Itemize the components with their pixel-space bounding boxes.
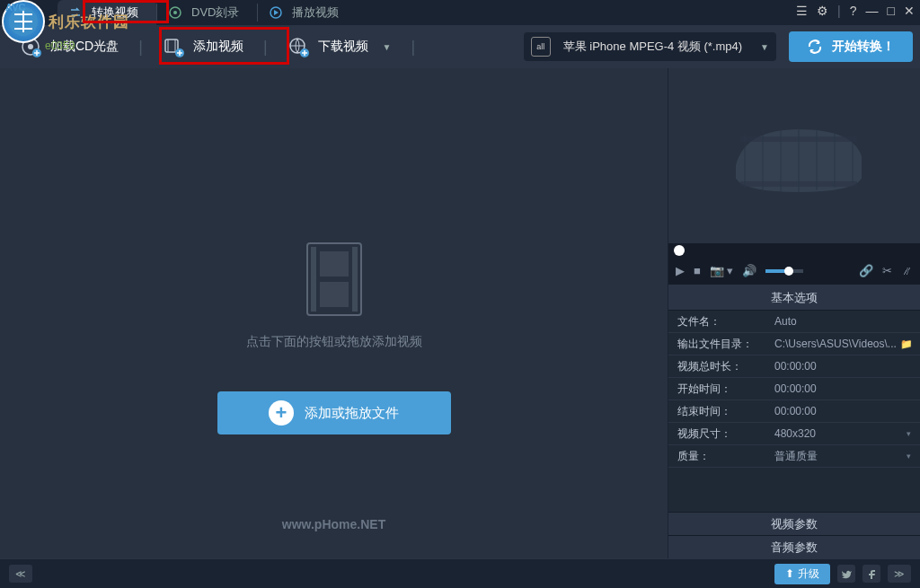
add-or-drop-button[interactable]: + 添加或拖放文件 — [217, 391, 451, 434]
prop-label: 文件名： — [668, 314, 765, 329]
prop-start-time: 开始时间： 00:00:00 — [668, 378, 920, 400]
progress-bar[interactable] — [668, 244, 920, 257]
avc-label: AVC — [5, 2, 25, 13]
link-icon[interactable]: 🔗 — [859, 264, 873, 277]
svg-rect-23 — [740, 136, 857, 142]
add-video-button[interactable]: 添加视频 — [150, 31, 256, 63]
watermark-url: www.pHome.NET — [282, 517, 385, 531]
player-controls: ▶ ■ 📷 ▾ 🔊 🔗 ✂ ⫽ — [668, 257, 920, 285]
film-plus-icon — [163, 36, 184, 57]
close-icon[interactable]: ✕ — [904, 4, 915, 18]
prop-value-dropdown[interactable]: 480x320 — [765, 427, 920, 440]
tab-label: DVD刻录 — [191, 4, 239, 21]
prop-quality: 质量： 普通质量 — [668, 445, 920, 468]
format-all-icon: all — [531, 37, 551, 57]
bottom-bar: ≪ ⬆ 升级 ≫ — [0, 558, 920, 588]
file-list-panel: www.pHome.NET 点击下面的按钮或拖放添加视频 + 添加或拖放文件 — [0, 68, 668, 558]
format-text: 苹果 iPhone MPEG-4 视频 (*.mp4) — [558, 39, 748, 55]
play-icon — [269, 5, 283, 20]
prop-value[interactable]: 00:00:00 — [765, 405, 920, 417]
separator: | — [410, 38, 418, 57]
svg-rect-13 — [352, 247, 358, 312]
audio-params-header[interactable]: 音频参数 — [668, 535, 920, 558]
tool-label: 添加视频 — [193, 39, 243, 55]
svg-rect-24 — [740, 181, 857, 187]
prop-value[interactable]: C:\Users\ASUS\Videos\... 📁 — [765, 338, 920, 350]
prop-value[interactable]: 00:00:00 — [765, 382, 920, 395]
prop-value-dropdown[interactable]: 普通质量 — [765, 449, 920, 464]
prop-value: 00:00:00 — [765, 360, 920, 373]
main-area: www.pHome.NET 点击下面的按钮或拖放添加视频 + 添加或拖放文件 — [0, 68, 920, 558]
separator: | — [261, 38, 270, 57]
up-arrow-icon: ⬆ — [785, 567, 794, 580]
stop-icon[interactable]: ■ — [694, 264, 701, 277]
collapse-left-icon[interactable]: ≪ — [9, 565, 32, 583]
expand-right-icon[interactable]: ≫ — [888, 565, 911, 583]
camera-icon[interactable]: 📷 ▾ — [710, 264, 734, 277]
twitter-icon[interactable] — [837, 565, 855, 583]
top-tabs: 转换视频 DVD刻录 播放视频 ☰ ⚙ | ? — □ ✕ — [0, 0, 920, 25]
drop-hint-text: 点击下面的按钮或拖放添加视频 — [217, 334, 451, 350]
tab-dvd-burn[interactable]: DVD刻录 — [157, 0, 257, 25]
globe-plus-icon — [288, 36, 309, 57]
play-icon[interactable]: ▶ — [676, 264, 685, 277]
add-button-label: 添加或拖放文件 — [305, 405, 399, 422]
tool-label: 下载视频 — [318, 39, 368, 55]
video-params-header[interactable]: 视频参数 — [668, 512, 920, 535]
progress-thumb[interactable] — [674, 245, 685, 256]
folder-icon[interactable]: 📁 — [900, 338, 913, 350]
prop-label: 质量： — [668, 449, 765, 464]
gear-icon[interactable]: ⚙ — [817, 4, 828, 18]
prop-label: 开始时间： — [668, 382, 765, 397]
film-reel-icon — [718, 102, 871, 210]
volume-slider[interactable] — [765, 269, 803, 273]
prop-end-time: 结束时间： 00:00:00 — [668, 400, 920, 423]
prop-output-dir: 输出文件目录： C:\Users\ASUS\Videos\... 📁 — [668, 333, 920, 355]
svg-rect-15 — [320, 282, 349, 307]
drop-zone: www.pHome.NET 点击下面的按钮或拖放添加视频 + 添加或拖放文件 — [217, 239, 451, 434]
help-icon[interactable]: ? — [850, 4, 857, 18]
watermark-text: 利乐软件园 — [49, 12, 129, 32]
separator: | — [137, 38, 145, 57]
upgrade-label: 升级 — [798, 566, 819, 582]
plus-circle-icon: + — [269, 400, 294, 426]
volume-thumb[interactable] — [784, 267, 793, 276]
svg-point-5 — [28, 44, 33, 49]
tab-play-video[interactable]: 播放视频 — [258, 0, 357, 25]
disc-icon — [168, 5, 182, 20]
svg-rect-14 — [320, 251, 349, 276]
basic-options-header[interactable]: 基本选项 — [668, 285, 920, 311]
start-label: 开始转换！ — [832, 39, 895, 55]
svg-rect-7 — [165, 39, 178, 52]
crop-icon[interactable]: ⫽ — [901, 264, 913, 277]
prop-value[interactable]: Auto — [765, 315, 920, 328]
refresh-icon — [807, 39, 823, 55]
minimize-icon[interactable]: — — [866, 4, 879, 18]
prop-video-size: 视频尺寸： 480x320 — [668, 423, 920, 445]
toolbar: 加载CD光盘 | 添加视频 | 下载视频 ▼ | all 苹果 iPhone M… — [0, 25, 920, 68]
maximize-icon[interactable]: □ — [888, 4, 895, 18]
menu-icon[interactable]: ☰ — [796, 4, 808, 18]
preview-area — [668, 68, 920, 244]
prop-label: 视频尺寸： — [668, 426, 765, 442]
window-controls: ☰ ⚙ | ? — □ ✕ — [796, 4, 915, 18]
svg-rect-12 — [311, 247, 316, 312]
facebook-icon[interactable] — [862, 565, 880, 583]
start-convert-button[interactable]: 开始转换！ — [789, 31, 913, 62]
scissors-icon[interactable]: ✂ — [882, 264, 892, 277]
chevron-down-icon: ▼ — [377, 42, 392, 52]
prop-total-duration: 视频总时长： 00:00:00 — [668, 355, 920, 378]
upgrade-button[interactable]: ⬆ 升级 — [774, 564, 830, 584]
right-panel: ▶ ■ 📷 ▾ 🔊 🔗 ✂ ⫽ 基本选项 文件名： Auto 输出文件目录： C… — [668, 68, 920, 558]
download-video-button[interactable]: 下载视频 ▼ — [275, 31, 404, 63]
prop-label: 输出文件目录： — [668, 337, 765, 352]
properties-list: 文件名： Auto 输出文件目录： C:\Users\ASUS\Videos\.… — [668, 311, 920, 468]
film-strip-icon — [298, 239, 370, 320]
chevron-down-icon: ▼ — [755, 42, 769, 52]
bottom-right-controls: ⬆ 升级 ≫ — [774, 564, 911, 584]
output-format-selector[interactable]: all 苹果 iPhone MPEG-4 视频 (*.mp4) ▼ — [524, 32, 776, 61]
prop-label: 结束时间： — [668, 404, 765, 419]
volume-icon[interactable]: 🔊 — [742, 264, 756, 277]
svg-point-2 — [173, 11, 177, 14]
tab-label: 播放视频 — [292, 4, 339, 21]
